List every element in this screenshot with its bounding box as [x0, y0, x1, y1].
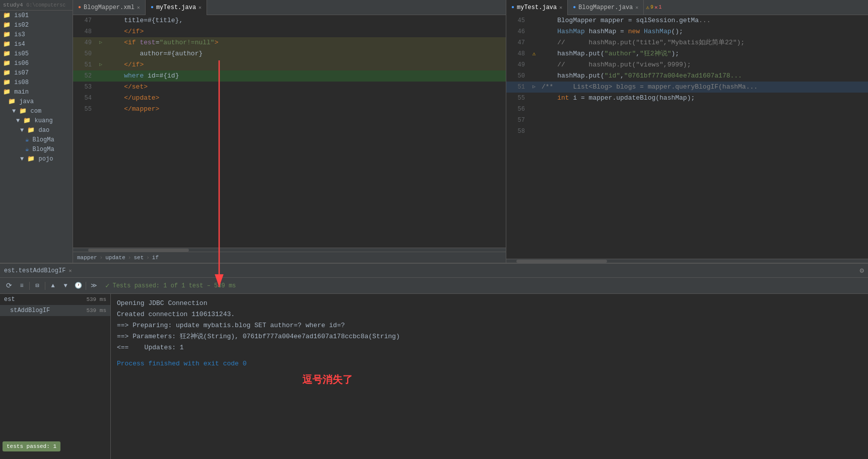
test-tree-item-est[interactable]: est 539 ms: [0, 294, 110, 305]
line-gutter: [529, 115, 539, 126]
tab-blogmapper-java-right[interactable]: ● BlogMapper.java ✕: [568, 0, 644, 15]
line-gutter: [96, 104, 106, 115]
sidebar-item[interactable]: 📁 main: [0, 87, 73, 97]
test-item-label: stAddBlogIF: [10, 307, 50, 314]
line-content: HashMap hashMap = new HashMap();: [539, 26, 683, 37]
sidebar-item[interactable]: ☕ BlogMa: [0, 135, 73, 144]
line-number: 47: [506, 37, 529, 48]
line-gutter: ▷: [96, 59, 106, 70]
toolbar-expand-btn[interactable]: ≫: [89, 281, 99, 291]
line-number: 56: [506, 104, 529, 115]
line-number: 46: [506, 26, 529, 37]
line-content: </set>: [106, 82, 148, 93]
bottom-content: est 539 ms stAddBlogIF 539 ms Opening JD…: [0, 294, 868, 459]
line-gutter: [529, 37, 539, 48]
line-gutter: [96, 82, 106, 93]
close-icon[interactable]: ✕: [559, 5, 562, 11]
line-number: 52: [73, 70, 96, 82]
tests-passed-badge: tests passed: 1: [3, 441, 60, 451]
breadcrumb-update: update: [105, 255, 125, 261]
check-icon: ✓: [105, 281, 109, 290]
line-content: </mapper>: [106, 104, 159, 115]
sidebar-item[interactable]: 📁 is07: [0, 68, 73, 78]
toolbar-sort-btn[interactable]: ≡: [17, 281, 27, 291]
sidebar-item[interactable]: 📁 is01: [0, 11, 73, 20]
code-line-r56: 56: [506, 104, 868, 115]
test-item-duration: 539 ms: [86, 296, 106, 302]
horizontal-scrollbar[interactable]: [73, 248, 506, 252]
close-icon[interactable]: ✕: [198, 5, 202, 11]
line-number: 50: [506, 70, 529, 82]
left-tab-bar: ● BlogMapper.xml ✕ ● myTest.java ✕: [73, 0, 506, 15]
line-gutter: [529, 126, 539, 137]
toolbar-up-btn[interactable]: ▲: [48, 281, 58, 291]
left-code-editor[interactable]: 47 title=#{title}, 48 </if> 49 ▷ <if tes…: [73, 15, 506, 248]
sidebar-item[interactable]: 📁 is08: [0, 78, 73, 87]
sidebar-item[interactable]: 📁 is02: [0, 20, 73, 30]
annotation-label: 逗号消失了: [302, 372, 353, 389]
sidebar-project-title: study4 G:\computersc: [0, 0, 73, 11]
test-output: Opening JDBC Connection Created connecti…: [111, 294, 868, 459]
line-number: 48: [73, 26, 96, 37]
close-icon[interactable]: ✕: [635, 5, 638, 11]
code-line-48: 48 </if>: [73, 26, 506, 37]
line-gutter: [96, 48, 106, 59]
line-content: </update>: [106, 93, 159, 104]
horizontal-scrollbar-right[interactable]: [506, 259, 868, 263]
breadcrumb-set: set: [133, 255, 144, 261]
toolbar-sep: [29, 282, 30, 290]
bottom-toolbar: ⟳ ≡ ⊟ ▲ ▼ 🕐 ≫ ✓ Tests passed: 1 of 1 tes…: [0, 278, 868, 294]
toolbar-sep3: [86, 282, 86, 290]
code-line-52: 52 where id=#{id}: [73, 70, 506, 82]
code-line-r48: 48 ⚠ hashMap.put("author","狂2神说");: [506, 48, 868, 59]
sidebar-item[interactable]: ▼ 📁 pojo: [0, 154, 73, 164]
line-number: 51: [73, 59, 96, 70]
line-gutter: [96, 70, 106, 82]
code-line-r47: 47 // hashMap.put("title","Mybatis如此简单22…: [506, 37, 868, 48]
code-line-r58: 58: [506, 126, 868, 137]
code-line-51: 51 ▷ </if>: [73, 59, 506, 70]
toolbar-sep2: [45, 282, 45, 290]
sidebar-item[interactable]: 📁 is3: [0, 30, 73, 39]
code-line-r50: 50 hashMap.put("id","0761bf777a004ee7ad1…: [506, 70, 868, 82]
sidebar-item[interactable]: ☕ BlogMa: [0, 144, 73, 154]
toolbar-down-btn[interactable]: ▼: [60, 281, 71, 291]
output-line-created: Created connection 1106131243.: [117, 309, 862, 320]
line-number: 55: [73, 104, 96, 115]
toolbar-clock-btn[interactable]: 🕐: [73, 281, 83, 291]
error-indicator: ⚠9 ✕1: [646, 4, 661, 11]
sidebar-item[interactable]: 📁 java: [0, 97, 73, 106]
sidebar-item[interactable]: 📁 is05: [0, 49, 73, 58]
right-code-editor[interactable]: 45 BlogMapper mapper = sqlSession.getMa.…: [506, 15, 868, 259]
sidebar-item[interactable]: ▼ 📁 com: [0, 106, 73, 116]
line-number: 50: [73, 48, 96, 59]
sidebar: study4 G:\computersc 📁 is01 📁 is02 📁 is3…: [0, 0, 73, 263]
code-line-47: 47 title=#{title},: [73, 15, 506, 26]
line-gutter: [529, 15, 539, 26]
line-number: 48: [506, 48, 529, 59]
bottom-tab-close[interactable]: ✕: [69, 268, 72, 274]
tab-mytest-java-right[interactable]: ● myTest.java ✕: [506, 0, 568, 15]
code-line-r45: 45 BlogMapper mapper = sqlSession.getMa.…: [506, 15, 868, 26]
settings-icon[interactable]: ⚙: [860, 266, 864, 275]
sidebar-item[interactable]: 📁 is4: [0, 39, 73, 49]
test-tree-item-addBlogIF[interactable]: stAddBlogIF 539 ms: [0, 305, 110, 316]
close-icon[interactable]: ✕: [137, 5, 140, 11]
toolbar-collapse-all-btn[interactable]: ⊟: [32, 281, 42, 291]
output-line-params: ==> Parameters: 狂2神说(String), 0761bf777a…: [117, 331, 862, 342]
tab-blogmapper-xml[interactable]: ● BlogMapper.xml ✕: [73, 0, 146, 15]
line-content: where id=#{id}: [106, 70, 179, 82]
sidebar-item[interactable]: ▼ 📁 dao: [0, 125, 73, 135]
output-line-process: Process finished with exit code 0: [117, 358, 862, 369]
code-line-53: 53 </set>: [73, 82, 506, 93]
line-content: [539, 126, 542, 137]
line-number: 49: [506, 59, 529, 70]
toolbar-rerun-btn[interactable]: ⟳: [4, 281, 14, 291]
line-content: title=#{title},: [106, 15, 183, 26]
tab-mytest-java[interactable]: ● myTest.java ✕: [146, 0, 207, 15]
sidebar-item[interactable]: 📁 is06: [0, 58, 73, 68]
sidebar-item[interactable]: ▼ 📁 kuang: [0, 116, 73, 125]
line-content: hashMap.put("author","狂2神说");: [539, 48, 679, 59]
line-content: /** List<Blog> blogs = mapper.queryBlogI…: [539, 82, 758, 93]
right-editor-panel: ● myTest.java ✕ ● BlogMapper.java ✕ ⚠9 ✕…: [506, 0, 868, 263]
